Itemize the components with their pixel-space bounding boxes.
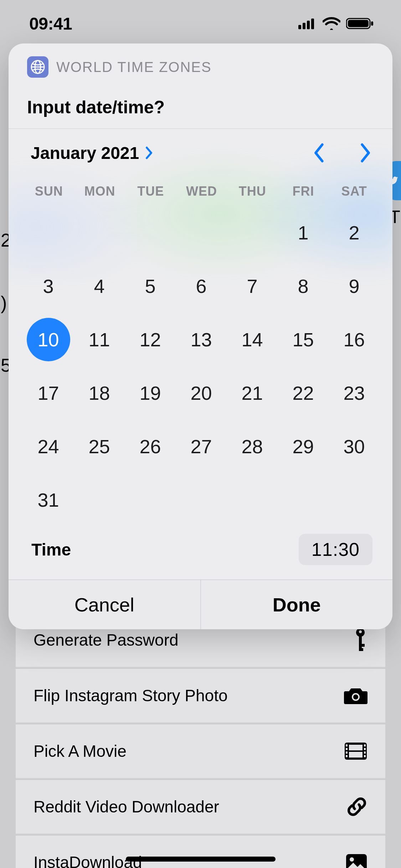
calendar-day-cell[interactable]: 20	[176, 377, 227, 409]
status-time: 09:41	[29, 14, 72, 33]
calendar-day-number: 28	[231, 425, 274, 468]
chevron-left-icon	[313, 143, 326, 163]
calendar-day-number: 10	[27, 318, 70, 361]
done-button[interactable]: Done	[200, 580, 393, 629]
weekday-label: THU	[227, 184, 278, 199]
svg-rect-13	[359, 648, 363, 651]
calendar-day-number: 3	[27, 264, 70, 308]
calendar-day-number: 13	[180, 318, 223, 361]
calendar-day-number: 22	[282, 371, 325, 415]
calendar-day-cell[interactable]: 19	[125, 377, 176, 409]
weekday-label: FRI	[278, 184, 329, 199]
calendar-day-cell[interactable]: 31	[23, 484, 74, 516]
calendar-day-number: 24	[27, 425, 70, 468]
calendar-day-cell[interactable]: 13	[176, 324, 227, 356]
calendar-day-number: 14	[231, 318, 274, 361]
wifi-icon	[323, 17, 340, 30]
weekday-label: MON	[74, 184, 125, 199]
svg-point-10	[359, 630, 362, 633]
calendar-day-number: 4	[78, 264, 121, 308]
list-row-reddit-video-downloader[interactable]: Reddit Video Downloader	[16, 780, 385, 834]
svg-rect-22	[346, 755, 348, 757]
calendar-day-number: 16	[333, 318, 376, 361]
calendar-day-cell[interactable]: 21	[227, 377, 278, 409]
status-bar: 09:41	[0, 0, 401, 47]
chevron-right-icon	[145, 146, 153, 159]
calendar-day-number: 31	[27, 478, 70, 522]
month-year-button[interactable]: January 2021	[31, 143, 153, 163]
calendar-day-number: 12	[129, 318, 172, 361]
prev-month-button[interactable]	[313, 143, 326, 163]
calendar-day-cell[interactable]: 16	[329, 324, 380, 356]
calendar-day-cell[interactable]: 27	[176, 430, 227, 463]
calendar-day-number: 1	[282, 211, 325, 254]
svg-point-28	[350, 857, 354, 862]
calendar: January 2021 SUN MON	[9, 129, 392, 579]
list-row-instadownload[interactable]: InstaDownload	[16, 836, 385, 868]
calendar-day-cell[interactable]: 18	[74, 377, 125, 409]
calendar-day-number: 20	[180, 371, 223, 415]
calendar-day-cell[interactable]: 2	[329, 217, 380, 249]
calendar-day-cell	[227, 217, 278, 249]
calendar-day-cell[interactable]: 12	[125, 324, 176, 356]
list-row-pick-a-movie[interactable]: Pick A Movie	[16, 724, 385, 779]
calendar-day-number: 30	[333, 425, 376, 468]
calendar-day-cell[interactable]: 25	[74, 430, 125, 463]
svg-rect-2	[307, 21, 310, 29]
app-icon-globe	[27, 56, 48, 78]
image-icon	[345, 853, 367, 868]
calendar-day-cell[interactable]: 22	[278, 377, 329, 409]
calendar-day-cell[interactable]: 8	[278, 270, 329, 302]
calendar-day-cell[interactable]: 7	[227, 270, 278, 302]
background-peek-left-2: )	[1, 292, 7, 314]
time-picker-button[interactable]: 11:30	[299, 534, 372, 565]
calendar-day-cell[interactable]: 5	[125, 270, 176, 302]
svg-rect-0	[298, 25, 301, 29]
calendar-day-cell[interactable]: 1	[278, 217, 329, 249]
svg-rect-5	[348, 20, 369, 27]
chevron-right-icon	[358, 143, 372, 163]
calendar-day-number: 21	[231, 371, 274, 415]
calendar-day-cell[interactable]: 24	[23, 430, 74, 463]
svg-rect-3	[311, 19, 314, 29]
calendar-day-cell[interactable]: 17	[23, 377, 74, 409]
calendar-day-number: 19	[129, 371, 172, 415]
calendar-day-cell[interactable]: 4	[74, 270, 125, 302]
calendar-day-cell[interactable]: 30	[329, 430, 380, 463]
svg-rect-1	[303, 23, 305, 29]
home-indicator	[126, 857, 276, 862]
calendar-day-number: 18	[78, 371, 121, 415]
calendar-day-cell[interactable]: 6	[176, 270, 227, 302]
modal-header: WORLD TIME ZONES Input date/time?	[9, 43, 392, 129]
month-year-label: January 2021	[31, 143, 139, 163]
list-row-label: Generate Password	[34, 630, 179, 650]
next-month-button[interactable]	[358, 143, 372, 163]
film-icon	[344, 742, 367, 760]
cancel-button[interactable]: Cancel	[9, 580, 200, 629]
calendar-day-cell[interactable]: 28	[227, 430, 278, 463]
weekday-label: SUN	[24, 184, 74, 199]
link-icon	[346, 796, 367, 817]
calendar-day-cell[interactable]: 3	[23, 270, 74, 302]
list-row-label: Pick A Movie	[34, 742, 127, 761]
calendar-day-number: 8	[282, 264, 325, 308]
svg-rect-26	[364, 755, 366, 757]
calendar-day-cell[interactable]: 23	[329, 377, 380, 409]
calendar-day-cell	[74, 217, 125, 249]
key-icon	[353, 627, 367, 652]
calendar-day-number: 29	[282, 425, 325, 468]
calendar-day-cell[interactable]: 9	[329, 270, 380, 302]
list-row-flip-instagram-story-photo[interactable]: Flip Instagram Story Photo	[16, 669, 385, 723]
svg-rect-12	[359, 644, 365, 647]
calendar-day-cell[interactable]: 14	[227, 324, 278, 356]
list-row-label: Reddit Video Downloader	[34, 797, 219, 816]
calendar-day-cell[interactable]: 10	[23, 324, 74, 356]
calendar-day-cell[interactable]: 29	[278, 430, 329, 463]
modal-footer: Cancel Done	[9, 579, 392, 629]
calendar-day-number: 27	[180, 425, 223, 468]
calendar-day-number: 26	[129, 425, 172, 468]
calendar-day-cell[interactable]: 11	[74, 324, 125, 356]
calendar-day-cell[interactable]: 26	[125, 430, 176, 463]
calendar-day-cell[interactable]: 15	[278, 324, 329, 356]
calendar-day-number: 23	[333, 371, 376, 415]
